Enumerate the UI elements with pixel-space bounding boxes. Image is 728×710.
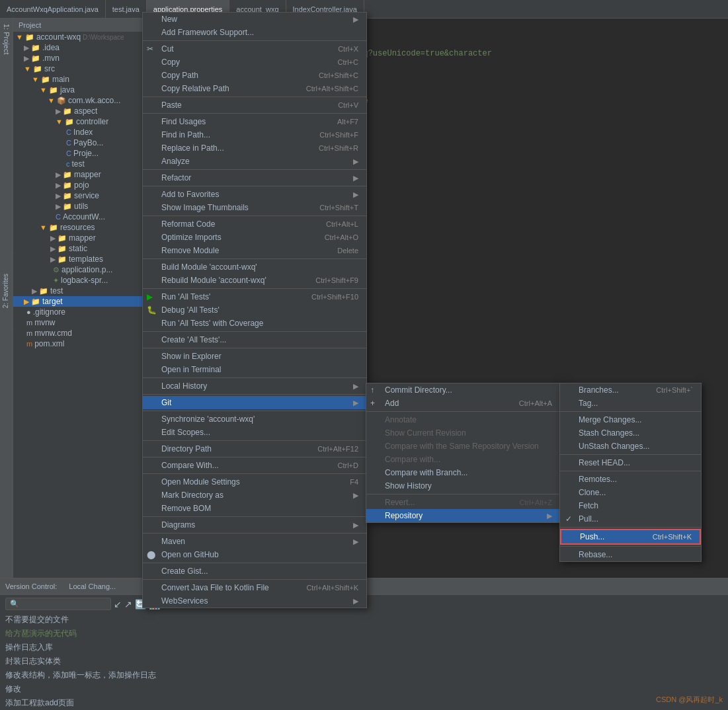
tree-index[interactable]: C Index (13, 127, 155, 138)
menu-show-history[interactable]: Show History (366, 479, 560, 493)
tree-templates[interactable]: ▶ 📁 templates (13, 254, 155, 264)
tree-pojo[interactable]: ▶ 📁 pojo (13, 180, 155, 190)
menu-dir-path[interactable]: Directory Path Ctrl+Alt+F12 (143, 442, 366, 455)
menu-compare-branch[interactable]: Compare with Branch... (366, 466, 560, 479)
menu-paste[interactable]: Paste Ctrl+V (143, 99, 366, 112)
context-menu-repository[interactable]: Branches... Ctrl+Shift+` Tag... Merge Ch… (559, 383, 702, 562)
menu-refactor[interactable]: Refactor ▶ (143, 171, 366, 184)
tab-0[interactable]: AccountWxqApplication.java (0, 0, 106, 19)
menu-stash[interactable]: Stash Changes... (560, 426, 701, 440)
menu-remove-module[interactable]: Remove Module Delete (143, 244, 366, 257)
tree-mvn[interactable]: ▶ 📁 .mvn (13, 53, 155, 63)
menu-cut[interactable]: ✂ Cut Ctrl+X (143, 42, 366, 56)
menu-run-coverage[interactable]: Run 'All Tests' with Coverage (143, 317, 366, 330)
context-menu-git[interactable]: ↑ Commit Directory... + Add Ctrl+Alt+A A… (366, 383, 561, 523)
menu-create-gist[interactable]: Create Gist... (143, 565, 366, 578)
menu-diagrams[interactable]: Diagrams ▶ (143, 518, 366, 532)
tree-java[interactable]: ▼ 📁 java (13, 85, 155, 95)
tab-1[interactable]: test.java (106, 0, 147, 19)
menu-copy-path[interactable]: Copy Path Ctrl+Shift+C (143, 69, 366, 82)
tree-proje[interactable]: C Proje... (13, 148, 155, 159)
menu-show-explorer[interactable]: Show in Explorer (143, 350, 366, 363)
tree-static[interactable]: ▶ 📁 static (13, 243, 155, 254)
menu-open-terminal[interactable]: Open in Terminal (143, 363, 366, 376)
menu-add[interactable]: + Add Ctrl+Alt+A (366, 397, 560, 410)
menu-edit-scopes[interactable]: Edit Scopes... (143, 426, 366, 439)
left-stripe[interactable]: 1: Project (0, 19, 13, 710)
menu-find-in-path[interactable]: Find in Path... Ctrl+Shift+F (143, 128, 366, 141)
menu-annotate[interactable]: Annotate (366, 413, 560, 426)
menu-optimize-imports[interactable]: Optimize Imports Ctrl+Alt+O (143, 231, 366, 244)
menu-build-module[interactable]: Build Module 'account-wxq' (143, 260, 366, 274)
menu-add-favorites[interactable]: Add to Favorites ▶ (143, 188, 366, 201)
menu-revert[interactable]: Revert... Ctrl+Alt+Z (366, 496, 560, 509)
tree-appprops[interactable]: ⚙ application.p... (13, 264, 155, 275)
menu-add-framework[interactable]: Add Framework Support... (143, 26, 366, 39)
menu-compare-with2[interactable]: Compare with... (366, 453, 560, 466)
tree-utils[interactable]: ▶ 📁 utils (13, 201, 155, 212)
menu-mark-dir[interactable]: Mark Directory as ▶ (143, 489, 366, 502)
tree-mapper-res[interactable]: ▶ 📁 mapper (13, 233, 155, 243)
scratches-item[interactable]: ▶ ✏ Scratches and Consoles (13, 696, 155, 710)
menu-run-tests[interactable]: ▶ Run 'All Tests' Ctrl+Shift+F10 (143, 290, 366, 303)
menu-clone[interactable]: Clone... (560, 486, 701, 499)
menu-local-history[interactable]: Local History ▶ (143, 379, 366, 393)
menu-new[interactable]: New ▶ (143, 13, 366, 26)
tree-root[interactable]: ▼ 📁 account-wxq D:\Workspace (13, 32, 155, 42)
tree-target[interactable]: ▶ 📁 target (13, 296, 155, 307)
menu-branches[interactable]: Branches... Ctrl+Shift+` (560, 383, 701, 397)
tree-logback[interactable]: ✦ logback-spr... (13, 275, 155, 286)
menu-find-usages[interactable]: Find Usages Alt+F7 (143, 115, 366, 128)
tree-pom[interactable]: m pom.xml (13, 338, 155, 349)
tree-mapper-java[interactable]: ▶ 📁 mapper (13, 169, 155, 180)
menu-analyze[interactable]: Analyze ▶ (143, 155, 366, 168)
menu-push[interactable]: Push... Ctrl+Shift+K (560, 529, 701, 545)
menu-reformat[interactable]: Reformat Code Ctrl+Alt+L (143, 217, 366, 231)
menu-git[interactable]: Git ▶ (143, 396, 366, 409)
menu-repository[interactable]: Repository ▶ (366, 509, 560, 522)
menu-merge-changes[interactable]: Merge Changes... (560, 413, 701, 426)
tree-mvnwcmd[interactable]: m mvnw.cmd (13, 328, 155, 338)
menu-unstash[interactable]: UnStash Changes... (560, 440, 701, 453)
tree-main[interactable]: ▼ 📁 main (13, 74, 155, 85)
menu-module-settings[interactable]: Open Module Settings F4 (143, 475, 366, 489)
menu-webservices[interactable]: WebServices ▶ (143, 594, 366, 608)
menu-fetch[interactable]: Fetch (560, 499, 701, 512)
menu-maven[interactable]: Maven ▶ (143, 535, 366, 548)
menu-remove-bom[interactable]: Remove BOM (143, 502, 366, 515)
menu-reset-head[interactable]: Reset HEAD... (560, 456, 701, 469)
menu-rebase[interactable]: Rebase... (560, 548, 701, 561)
tree-service[interactable]: ▶ 📁 service (13, 190, 155, 201)
external-libraries-item[interactable]: ▶ || External Libraries (13, 682, 155, 696)
tree-gitignore[interactable]: ● .gitignore (13, 307, 155, 317)
tree-accountw[interactable]: C AccountW... (13, 212, 155, 222)
menu-debug-tests[interactable]: 🐛 Debug 'All Tests' (143, 303, 366, 317)
tree-area[interactable]: ▼ 📁 account-wxq D:\Workspace ▶ 📁 .idea ▶ (13, 32, 155, 682)
menu-show-revision[interactable]: Show Current Revision (366, 426, 560, 440)
context-menu-main[interactable]: New ▶ Add Framework Support... ✂ Cut Ctr… (142, 12, 367, 608)
tree-mvnw[interactable]: m mvnw (13, 317, 155, 328)
tree-test-folder[interactable]: ▶ 📁 test (13, 286, 155, 296)
tree-aspect[interactable]: ▶ 📁 aspect (13, 106, 155, 116)
menu-create-tests[interactable]: Create 'All Tests'... (143, 333, 366, 346)
tree-idea[interactable]: ▶ 📁 .idea (13, 42, 155, 53)
menu-open-github[interactable]: ⬤ Open on GitHub (143, 548, 366, 561)
menu-sync[interactable]: Synchronize 'account-wxq' (143, 413, 366, 426)
menu-rebuild-module[interactable]: Rebuild Module 'account-wxq' Ctrl+Shift+… (143, 274, 366, 287)
menu-replace-in-path[interactable]: Replace in Path... Ctrl+Shift+R (143, 141, 366, 155)
menu-remotes[interactable]: Remotes... (560, 473, 701, 486)
tree-controller[interactable]: ▼ 📁 controller (13, 116, 155, 127)
menu-tag[interactable]: Tag... (560, 397, 701, 410)
menu-compare-repo[interactable]: Compare with the Same Repository Version (366, 440, 560, 453)
menu-copy[interactable]: Copy Ctrl+C (143, 56, 366, 69)
tree-resources[interactable]: ▼ 📁 resources (13, 222, 155, 233)
menu-compare-with[interactable]: Compare With... Ctrl+D (143, 459, 366, 472)
menu-commit-dir[interactable]: ↑ Commit Directory... (366, 383, 560, 397)
tree-test-class[interactable]: c test (13, 159, 155, 169)
menu-copy-relative[interactable]: Copy Relative Path Ctrl+Alt+Shift+C (143, 82, 366, 95)
menu-convert-kotlin[interactable]: Convert Java File to Kotlin File Ctrl+Al… (143, 581, 366, 594)
tree-src[interactable]: ▼ 📁 src (13, 63, 155, 74)
menu-show-thumbnails[interactable]: Show Image Thumbnails Ctrl+Shift+T (143, 201, 366, 214)
tree-paybo[interactable]: C PayBo... (13, 138, 155, 148)
tree-package[interactable]: ▼ 📦 com.wk.acco... (13, 95, 155, 106)
